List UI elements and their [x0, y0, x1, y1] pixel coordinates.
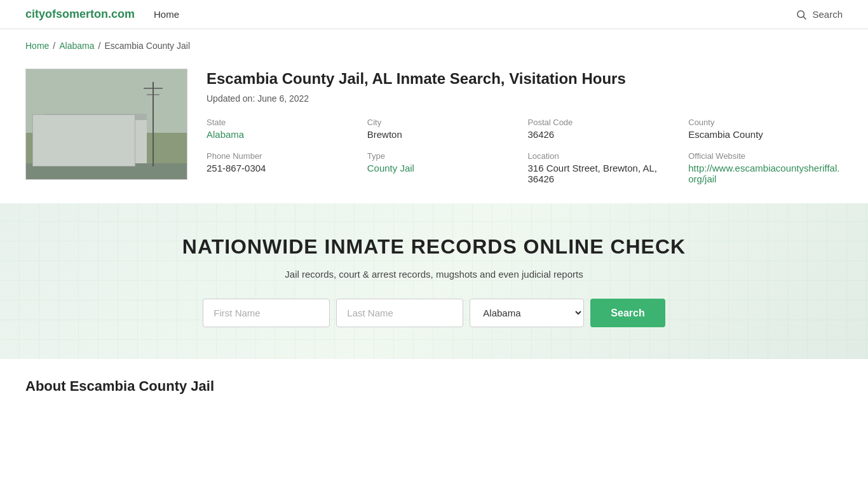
- svg-rect-12: [93, 139, 105, 149]
- info-postal: Postal Code 36426: [528, 118, 682, 140]
- breadcrumb-home[interactable]: Home: [25, 41, 49, 51]
- header-search[interactable]: Search: [796, 9, 843, 20]
- svg-rect-18: [105, 165, 128, 176]
- header-left: cityofsomerton.com Home: [25, 8, 179, 21]
- info-county: County Escambia County: [688, 118, 843, 140]
- type-value[interactable]: County Jail: [367, 163, 522, 173]
- svg-rect-9: [112, 123, 125, 133]
- info-phone: Phone Number 251-867-0304: [207, 151, 361, 184]
- main-content: cityofsomerton.com Escambia County Jail,…: [0, 62, 868, 203]
- svg-rect-16: [48, 165, 71, 176]
- city-label: City: [367, 118, 522, 127]
- state-value[interactable]: Alabama: [207, 129, 361, 140]
- search-label: Search: [812, 9, 843, 20]
- info-location: Location 316 Court Street, Brewton, AL, …: [528, 151, 682, 184]
- svg-rect-10: [55, 139, 67, 149]
- state-select[interactable]: AlabamaAlaskaArizonaArkansasCaliforniaCo…: [470, 299, 584, 327]
- header: cityofsomerton.com Home Search: [0, 0, 868, 29]
- breadcrumb-sep1: /: [53, 41, 55, 51]
- svg-rect-5: [45, 114, 147, 120]
- records-content: NATIONWIDE INMATE RECORDS ONLINE CHECK J…: [25, 235, 843, 327]
- location-value: 316 Court Street, Brewton, AL, 36426: [528, 163, 682, 184]
- county-label: County: [688, 118, 843, 127]
- svg-rect-14: [78, 152, 94, 168]
- jail-image: cityofsomerton.com: [25, 69, 187, 180]
- breadcrumb-sep2: /: [98, 41, 101, 51]
- search-icon: [796, 9, 807, 20]
- postal-label: Postal Code: [528, 118, 682, 127]
- svg-point-0: [797, 11, 804, 18]
- svg-rect-15: [26, 163, 187, 180]
- website-value[interactable]: http://www.escambiacountysheriffal.org/j…: [688, 163, 843, 184]
- svg-rect-7: [74, 123, 86, 133]
- svg-rect-3: [26, 133, 187, 180]
- info-grid: State Alabama City Brewton Postal Code 3…: [207, 118, 843, 184]
- postal-value: 36426: [528, 129, 682, 140]
- records-subtitle: Jail records, court & arrest records, mu…: [25, 269, 843, 280]
- about-section: About Escambia County Jail: [0, 359, 868, 414]
- website-link[interactable]: http://www.escambiacountysheriffal.org/j…: [688, 163, 839, 184]
- breadcrumb: Home / Alabama / Escambia County Jail: [0, 29, 868, 62]
- jail-image-svg: cityofsomerton.com: [26, 69, 187, 180]
- records-section: NATIONWIDE INMATE RECORDS ONLINE CHECK J…: [0, 203, 868, 359]
- jail-image-inner: cityofsomerton.com: [26, 69, 187, 179]
- phone-value: 251-867-0304: [207, 163, 361, 173]
- info-type: Type County Jail: [367, 151, 522, 184]
- search-button[interactable]: Search: [590, 299, 665, 327]
- nav-home-link[interactable]: Home: [154, 9, 179, 20]
- jail-title: Escambia County Jail, AL Inmate Search, …: [207, 69, 843, 88]
- breadcrumb-current: Escambia County Jail: [104, 41, 190, 51]
- records-title: NATIONWIDE INMATE RECORDS ONLINE CHECK: [25, 235, 843, 259]
- city-value: Brewton: [367, 129, 522, 140]
- svg-rect-11: [74, 139, 86, 149]
- website-label: Official Website: [688, 151, 843, 161]
- svg-rect-17: [77, 165, 99, 176]
- site-logo[interactable]: cityofsomerton.com: [25, 8, 135, 21]
- svg-line-1: [804, 17, 806, 19]
- jail-info: Escambia County Jail, AL Inmate Search, …: [207, 69, 843, 184]
- info-website: Official Website http://www.escambiacoun…: [688, 151, 843, 184]
- svg-rect-4: [45, 114, 147, 168]
- svg-rect-6: [55, 123, 67, 133]
- first-name-input[interactable]: [203, 299, 330, 327]
- info-state: State Alabama: [207, 118, 361, 140]
- state-label: State: [207, 118, 361, 127]
- county-value: Escambia County: [688, 129, 843, 140]
- breadcrumb-state[interactable]: Alabama: [59, 41, 94, 51]
- svg-rect-13: [112, 139, 125, 149]
- phone-label: Phone Number: [207, 151, 361, 161]
- location-label: Location: [528, 151, 682, 161]
- last-name-input[interactable]: [336, 299, 463, 327]
- records-search-form: AlabamaAlaskaArizonaArkansasCaliforniaCo…: [25, 299, 843, 327]
- type-label: Type: [367, 151, 522, 161]
- svg-rect-8: [93, 123, 105, 133]
- svg-text:cityofsomerton.com: cityofsomerton.com: [84, 172, 133, 179]
- about-title: About Escambia County Jail: [25, 378, 843, 395]
- info-city: City Brewton: [367, 118, 522, 140]
- jail-updated: Updated on: June 6, 2022: [207, 93, 843, 104]
